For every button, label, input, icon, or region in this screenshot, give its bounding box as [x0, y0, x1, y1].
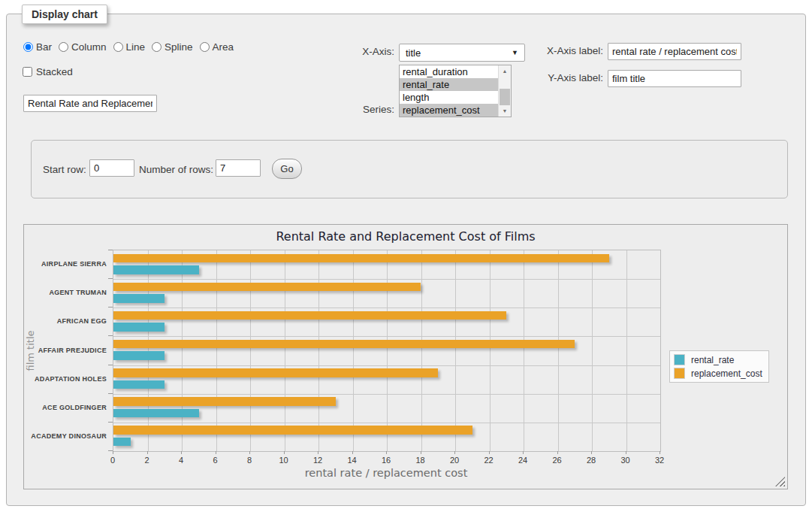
x-axis-label-label: X-Axis label:: [527, 45, 603, 56]
start-row-input[interactable]: [89, 159, 134, 177]
x-axis-label-input[interactable]: [608, 43, 741, 60]
chart-type-radio-line[interactable]: Line: [113, 41, 146, 53]
bar-replacement_cost: [113, 426, 472, 435]
stacked-checkbox[interactable]: [23, 67, 32, 77]
start-row-label: Start row:: [43, 164, 86, 175]
chart-type-label: Spline: [165, 41, 193, 53]
bar-replacement_cost: [113, 254, 609, 263]
gridline: [490, 250, 491, 451]
chart-type-radio-spline[interactable]: Spline: [152, 41, 193, 53]
x-tick-label: 20: [443, 456, 466, 465]
gridline: [455, 250, 456, 451]
resize-grip-icon[interactable]: [775, 477, 785, 486]
gridline: [113, 308, 660, 308]
chart-type-radio-area[interactable]: Area: [200, 41, 234, 53]
category-label: AFRICAN EGG: [24, 317, 107, 326]
series-listbox-label: Series:: [331, 104, 394, 115]
axis-tick: [249, 451, 250, 454]
gridline: [353, 250, 354, 451]
series-option-rental_duration[interactable]: rental_duration: [400, 65, 499, 78]
series-option-replacement_cost[interactable]: replacement_cost: [400, 104, 499, 117]
x-tick-label: 32: [648, 456, 671, 465]
gridline: [387, 250, 388, 451]
bar-rental_rate: [113, 438, 131, 447]
bar-rental_rate: [113, 409, 199, 418]
chevron-down-icon: ▼: [512, 49, 518, 56]
bar-rental_rate: [113, 380, 165, 389]
x-axis-select-label: X-Axis:: [331, 46, 394, 57]
gridline: [285, 250, 285, 451]
fieldset-legend: Display chart: [22, 5, 107, 24]
gridline: [250, 250, 251, 451]
listbox-scrollbar[interactable]: ▲ ▼: [498, 65, 511, 117]
bar-replacement_cost: [113, 340, 575, 349]
category-label: ACE GOLDFINGER: [24, 403, 107, 412]
scroll-down-icon[interactable]: ▼: [499, 105, 511, 117]
axis-tick: [421, 451, 421, 454]
axis-tick: [489, 451, 490, 454]
x-tick-label: 14: [341, 456, 364, 465]
chart-type-radio-group: BarColumnLineSplineArea: [23, 41, 234, 53]
go-button[interactable]: Go: [272, 159, 302, 179]
legend-swatch-icon: [674, 354, 685, 365]
axis-tick: [386, 451, 387, 454]
gridline: [558, 250, 559, 451]
stacked-label: Stacked: [36, 66, 73, 77]
axis-tick: [318, 451, 318, 454]
chart-type-label: Bar: [36, 41, 52, 53]
chart-title: Rental Rate and Replacement Cost of Film…: [24, 229, 787, 244]
x-tick-label: 8: [238, 456, 261, 465]
radio-icon[interactable]: [152, 42, 161, 52]
x-tick-label: 16: [375, 456, 397, 465]
radio-icon[interactable]: [200, 42, 210, 52]
bar-rental_rate: [113, 265, 199, 274]
chart-type-label: Line: [126, 41, 146, 53]
x-tick-label: 30: [614, 456, 637, 465]
scroll-up-icon[interactable]: ▲: [499, 65, 511, 77]
series-option-length[interactable]: length: [400, 91, 499, 104]
radio-icon[interactable]: [113, 42, 123, 52]
gridline: [113, 336, 660, 337]
chart-container: Rental Rate and Replacement Cost of Film…: [23, 224, 788, 489]
gridline: [216, 250, 217, 451]
chart-title-input[interactable]: [23, 95, 157, 112]
series-listbox[interactable]: rental_durationrental_ratelengthreplacem…: [399, 65, 512, 117]
gridline: [113, 423, 660, 423]
series-option-rental_rate[interactable]: rental_rate: [400, 78, 499, 91]
axis-tick: [108, 365, 113, 365]
chart-type-label: Area: [213, 41, 234, 53]
category-label: ADAPTATION HOLES: [24, 374, 107, 383]
radio-icon[interactable]: [59, 42, 68, 52]
x-tick-label: 4: [170, 456, 192, 465]
gridline: [592, 250, 593, 451]
chart-type-radio-bar[interactable]: Bar: [23, 41, 52, 53]
axis-tick: [147, 451, 148, 454]
stacked-checkbox-row[interactable]: Stacked: [23, 66, 73, 77]
radio-icon[interactable]: [23, 42, 33, 52]
axis-tick: [557, 451, 558, 454]
display-chart-fieldset: Display chart BarColumnLineSplineArea St…: [6, 14, 806, 506]
x-tick-label: 6: [204, 456, 227, 465]
gridline: [113, 394, 660, 395]
y-axis-label-input[interactable]: [608, 70, 741, 87]
x-tick-label: 28: [580, 456, 602, 465]
y-axis-label-label: Y-Axis label:: [527, 72, 603, 83]
legend-label: rental_rate: [691, 355, 734, 365]
x-tick-label: 10: [273, 456, 295, 465]
page: Display chart BarColumnLineSplineArea St…: [0, 0, 812, 512]
category-label: ACADEMY DINOSAUR: [24, 432, 107, 441]
chart-legend: rental_ratereplacement_cost: [669, 350, 769, 383]
legend-swatch-icon: [674, 368, 685, 379]
series-options: rental_durationrental_ratelengthreplacem…: [400, 65, 499, 117]
number-of-rows-input[interactable]: [216, 159, 261, 177]
legend-label: replacement_cost: [691, 368, 762, 379]
legend-item: replacement_cost: [674, 368, 762, 379]
axis-tick: [454, 451, 455, 454]
x-tick-label: 2: [136, 456, 158, 465]
bar-rental_rate: [113, 351, 165, 360]
x-axis-selected-value: title: [406, 47, 421, 59]
gridline: [524, 250, 524, 451]
chart-type-radio-column[interactable]: Column: [59, 41, 107, 53]
x-axis-select[interactable]: title ▼: [399, 44, 525, 62]
bar-replacement_cost: [113, 311, 506, 320]
